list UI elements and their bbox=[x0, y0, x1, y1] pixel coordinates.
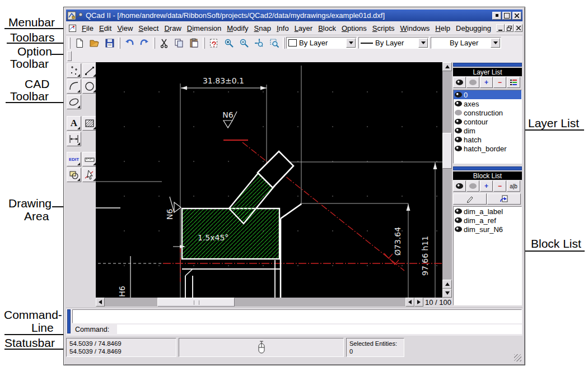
eye-icon[interactable] bbox=[455, 101, 462, 106]
mdi-restore-button[interactable] bbox=[505, 24, 514, 32]
drawing-area[interactable]: 31.83±0.1 Ø73.64 97.66 h11 1.5x45° bbox=[96, 62, 442, 298]
layer-row-axes[interactable]: axes bbox=[454, 99, 521, 108]
mdi-document-icon[interactable] bbox=[68, 24, 77, 33]
menu-item-edit[interactable]: Edit bbox=[96, 22, 114, 34]
zoom-in-button[interactable] bbox=[221, 36, 236, 50]
menu-item-debugging[interactable]: Debugging bbox=[453, 22, 494, 34]
copy-button[interactable] bbox=[171, 36, 186, 50]
block-insert-button[interactable] bbox=[487, 193, 521, 205]
scroll-right-button[interactable] bbox=[414, 298, 423, 307]
layer-row-hatch-border[interactable]: hatch_border bbox=[454, 144, 521, 153]
menu-item-layer[interactable]: Layer bbox=[292, 22, 316, 34]
menu-item-options[interactable]: Options bbox=[339, 22, 370, 34]
points-tool-button[interactable] bbox=[67, 63, 81, 78]
mdi-minimize-button[interactable] bbox=[496, 24, 505, 32]
resize-grip[interactable] bbox=[514, 354, 521, 361]
layer-add-button[interactable]: + bbox=[480, 77, 493, 88]
block-add-button[interactable]: + bbox=[480, 180, 493, 192]
layer-hide-all-button[interactable] bbox=[466, 77, 479, 88]
layer-remove-button[interactable]: − bbox=[493, 77, 506, 88]
eye-icon[interactable] bbox=[455, 146, 462, 151]
eye-icon[interactable] bbox=[455, 92, 462, 98]
command-dock-handle[interactable] bbox=[67, 309, 71, 333]
block-dock-handle[interactable] bbox=[453, 166, 522, 170]
block-hide-all-button[interactable] bbox=[466, 180, 479, 192]
scroll-left-button[interactable] bbox=[96, 298, 105, 307]
text-tool-button[interactable]: A bbox=[67, 116, 81, 131]
linewidth-combo-arrow[interactable] bbox=[491, 38, 500, 48]
save-file-button[interactable] bbox=[102, 36, 117, 50]
command-history[interactable] bbox=[72, 309, 522, 323]
color-combo[interactable]: By Layer bbox=[286, 37, 357, 49]
menu-item-snap[interactable]: Snap bbox=[251, 22, 274, 34]
horizontal-scrollbar[interactable] bbox=[96, 298, 423, 307]
layer-dock-handle[interactable] bbox=[453, 63, 522, 67]
menu-item-info[interactable]: Info bbox=[274, 22, 292, 34]
layer-row-contour[interactable]: contour bbox=[454, 117, 521, 126]
minimize-button[interactable] bbox=[492, 12, 501, 20]
linetype-combo[interactable]: By Layer bbox=[358, 37, 429, 49]
layer-show-all-button[interactable] bbox=[453, 77, 466, 88]
menu-item-windows[interactable]: Windows bbox=[398, 22, 433, 34]
eye-icon[interactable] bbox=[455, 128, 462, 133]
maximize-button[interactable] bbox=[502, 12, 511, 20]
block-remove-button[interactable]: − bbox=[493, 180, 506, 192]
zoom-window-button[interactable] bbox=[267, 36, 282, 50]
horizontal-scroll-thumb[interactable] bbox=[157, 298, 235, 307]
redo-button[interactable] bbox=[137, 36, 152, 50]
arc-tool-button[interactable] bbox=[67, 79, 81, 94]
toolbar-grip[interactable] bbox=[118, 38, 120, 49]
menu-item-block[interactable]: Block bbox=[315, 22, 339, 34]
ellipse-tool-button[interactable] bbox=[67, 95, 81, 109]
menu-item-help[interactable]: Help bbox=[432, 22, 453, 34]
option-toolbar-grip[interactable] bbox=[67, 51, 72, 61]
toolbar-grip[interactable] bbox=[68, 38, 71, 49]
layer-row-construction[interactable]: construction bbox=[454, 108, 521, 117]
edit-tool-button[interactable]: EDIT bbox=[67, 152, 81, 166]
layer-row-0[interactable]: 0 bbox=[454, 90, 521, 99]
vertical-scroll-thumb[interactable] bbox=[442, 133, 452, 169]
scroll-left-button-2[interactable] bbox=[405, 298, 414, 307]
toolbar-grip[interactable] bbox=[283, 38, 285, 49]
scroll-down-button[interactable] bbox=[442, 289, 452, 298]
linetype-combo-arrow[interactable] bbox=[418, 38, 428, 48]
open-file-button[interactable] bbox=[87, 36, 102, 50]
menu-item-modify[interactable]: Modify bbox=[224, 22, 251, 34]
layer-attributes-button[interactable] bbox=[507, 77, 520, 88]
block-edit-button[interactable] bbox=[453, 193, 487, 205]
scroll-up-button[interactable] bbox=[442, 62, 452, 71]
layer-row-hatch[interactable]: hatch bbox=[454, 135, 521, 144]
toolbar-grip[interactable] bbox=[153, 38, 155, 49]
mdi-close-button[interactable] bbox=[514, 24, 522, 32]
pin-icon[interactable] bbox=[76, 12, 83, 19]
eye-off-icon[interactable] bbox=[455, 110, 462, 115]
zoom-auto-button[interactable] bbox=[251, 36, 267, 50]
scroll-up-button-2[interactable] bbox=[442, 280, 452, 289]
paste-button[interactable] bbox=[186, 36, 202, 50]
new-file-button[interactable] bbox=[72, 36, 87, 50]
toolbar-grip[interactable] bbox=[203, 38, 205, 49]
hatch-tool-button[interactable] bbox=[82, 116, 97, 131]
vertical-scrollbar[interactable] bbox=[442, 62, 452, 298]
menu-item-draw[interactable]: Draw bbox=[161, 22, 184, 34]
undo-button[interactable] bbox=[122, 36, 137, 50]
eye-icon[interactable] bbox=[455, 119, 462, 124]
linewidth-combo[interactable]: By Layer bbox=[431, 37, 501, 49]
close-button[interactable] bbox=[512, 12, 521, 20]
command-input[interactable] bbox=[117, 324, 522, 334]
block-row-dim-a-ref[interactable]: dim_a_ref bbox=[454, 216, 521, 225]
menu-item-scripts[interactable]: Scripts bbox=[370, 22, 398, 34]
block-row-dim-a-label[interactable]: dim_a_label bbox=[454, 207, 521, 216]
layer-row-dim[interactable]: dim bbox=[454, 126, 521, 135]
zoom-out-button[interactable] bbox=[236, 36, 251, 50]
select-tool-button[interactable] bbox=[82, 168, 97, 182]
title-bar[interactable]: QCad II - [/home/andrew/data/RibbonSoft/… bbox=[66, 10, 522, 21]
color-combo-arrow[interactable] bbox=[346, 38, 356, 48]
eye-icon[interactable] bbox=[455, 208, 462, 214]
menu-item-select[interactable]: Select bbox=[136, 22, 161, 34]
block-show-all-button[interactable] bbox=[453, 180, 466, 192]
dimension-tool-button[interactable] bbox=[67, 132, 81, 146]
eye-icon[interactable] bbox=[455, 217, 462, 223]
redraw-button[interactable] bbox=[206, 36, 221, 50]
menu-item-view[interactable]: View bbox=[114, 22, 136, 34]
